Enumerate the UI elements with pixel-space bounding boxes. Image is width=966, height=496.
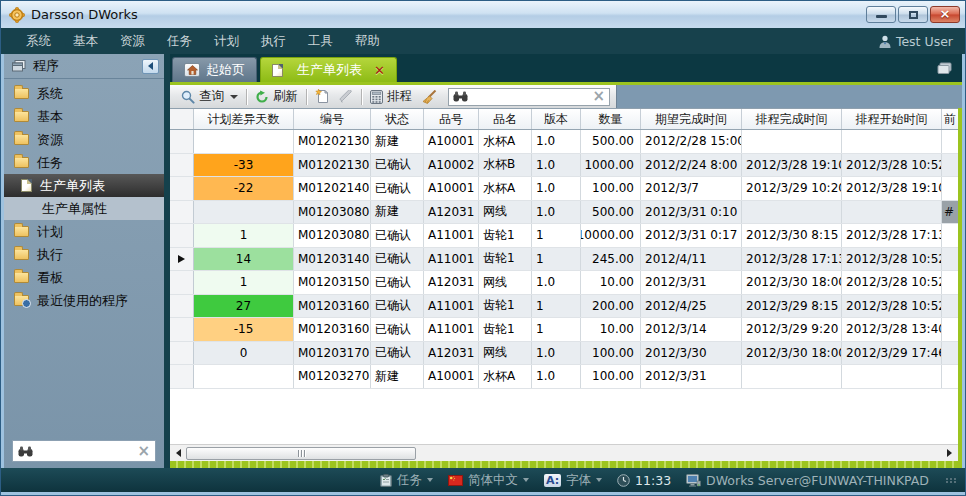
- table-row[interactable]: -15M012031602已确认A11001齿轮1110.002012/3/14…: [170, 318, 958, 342]
- sidebar-item-生产单属性[interactable]: 生产单属性: [4, 197, 164, 220]
- binoculars-icon: [453, 91, 468, 102]
- row-selector[interactable]: [170, 271, 194, 294]
- row-selector[interactable]: [170, 295, 194, 318]
- menu-item-6[interactable]: 工具: [297, 33, 344, 50]
- new-record-button[interactable]: [310, 87, 334, 107]
- table-row[interactable]: M012021301新建A10001水杯A1.0500.002012/2/28 …: [170, 130, 958, 154]
- tab-start-page[interactable]: 起始页: [172, 57, 257, 82]
- cell: 2012/3/28 19:10: [842, 177, 942, 200]
- column-header-10[interactable]: 前: [942, 109, 958, 129]
- refresh-button[interactable]: 刷新: [250, 87, 303, 107]
- query-button[interactable]: 查询: [176, 87, 243, 107]
- sidebar-search-input[interactable]: [37, 443, 133, 459]
- table-header-row: 计划差异天数编号状态品号品名版本数量期望完成时间排程完成时间排程开始时间前: [170, 108, 958, 130]
- column-header-5[interactable]: 版本: [532, 109, 581, 129]
- sidebar-item-计划[interactable]: 计划: [4, 220, 164, 243]
- cell: 2012/3/29 10:20: [742, 177, 842, 200]
- sidebar-item-系统[interactable]: 系统: [4, 82, 164, 105]
- row-selector[interactable]: [170, 224, 194, 247]
- row-selector[interactable]: [170, 154, 194, 177]
- cell: 2012/3/30: [641, 342, 742, 365]
- sidebar-item-资源[interactable]: 资源: [4, 128, 164, 151]
- cell: 10000.00: [581, 224, 641, 247]
- column-header-1[interactable]: 编号: [294, 109, 371, 129]
- close-button[interactable]: ×: [930, 6, 960, 23]
- column-header-4[interactable]: 品名: [479, 109, 532, 129]
- table-row[interactable]: M012030801新建A12031网线1.0500.002012/3/31 0…: [170, 201, 958, 225]
- table-row[interactable]: -33M012021302已确认A10002水杯B1.01000.002012/…: [170, 154, 958, 178]
- schedule-button[interactable]: 排程: [365, 87, 417, 107]
- sidebar-item-基本[interactable]: 基本: [4, 105, 164, 128]
- cell: 2012/3/28 17:13: [842, 224, 942, 247]
- menu-item-3[interactable]: 任务: [156, 33, 203, 50]
- table-row[interactable]: -22M012021401已确认A10001水杯A1.0100.002012/3…: [170, 177, 958, 201]
- toolbar-separator: [306, 89, 307, 105]
- tab-close-icon[interactable]: ✕: [374, 63, 385, 78]
- toolbar-separator: [361, 89, 362, 105]
- folder-icon: [14, 88, 29, 99]
- row-selector[interactable]: [170, 201, 194, 224]
- sidebar-item-任务[interactable]: 任务: [4, 151, 164, 174]
- toolbar-search-clear-icon[interactable]: ×: [592, 89, 605, 104]
- cell: 200.00: [581, 295, 641, 318]
- column-header-9[interactable]: 排程开始时间: [842, 109, 942, 129]
- sidebar-item-生产单列表[interactable]: 生产单列表: [4, 174, 164, 197]
- menu-item-5[interactable]: 执行: [250, 33, 297, 50]
- cell: 1.0: [532, 271, 581, 294]
- menu-item-1[interactable]: 基本: [62, 33, 109, 50]
- menu-item-2[interactable]: 资源: [109, 33, 156, 50]
- window-list-icon[interactable]: [937, 62, 952, 74]
- row-selector[interactable]: [170, 365, 194, 388]
- cell: 2012/3/31 0:10: [641, 201, 742, 224]
- resize-grip[interactable]: [946, 478, 957, 483]
- table-row[interactable]: 14M012031402已确认A11001齿轮11245.002012/4/11…: [170, 248, 958, 272]
- status-language-menu[interactable]: 简体中文: [448, 472, 529, 489]
- minimize-button[interactable]: [866, 6, 896, 23]
- menu-item-0[interactable]: 系统: [15, 33, 62, 50]
- column-header-2[interactable]: 状态: [371, 109, 424, 129]
- scroll-left-icon[interactable]: [171, 446, 186, 461]
- cell: 1.0: [532, 201, 581, 224]
- language-label: 简体中文: [468, 472, 518, 489]
- column-header-0[interactable]: 计划差异天数: [194, 109, 294, 129]
- sidebar-item-执行[interactable]: 执行: [4, 243, 164, 266]
- column-header-6[interactable]: 数量: [581, 109, 641, 129]
- column-header-3[interactable]: 品号: [424, 109, 479, 129]
- table-row[interactable]: M012032701新建A10001水杯A1.0100.002012/3/31: [170, 365, 958, 389]
- sidebar-collapse-button[interactable]: [142, 59, 159, 74]
- toolbar-search-input[interactable]: [472, 89, 588, 105]
- row-selector[interactable]: [170, 177, 194, 200]
- cell: 1: [532, 318, 581, 341]
- table-row[interactable]: 27M012031601已确认A11001齿轮11200.002012/4/25…: [170, 295, 958, 319]
- user-box[interactable]: Test User: [879, 34, 953, 49]
- horizontal-scrollbar[interactable]: [170, 444, 958, 461]
- sidebar-search-clear-icon[interactable]: ×: [137, 444, 150, 459]
- clean-button[interactable]: [417, 87, 442, 107]
- row-selector[interactable]: [170, 342, 194, 365]
- row-selector[interactable]: [170, 130, 194, 153]
- scroll-right-icon[interactable]: [942, 446, 957, 461]
- table-row[interactable]: 1M012030802已确认A11001齿轮1110000.002012/3/3…: [170, 224, 958, 248]
- column-header-8[interactable]: 排程完成时间: [742, 109, 842, 129]
- sidebar-item-最近使用的程序[interactable]: 最近使用的程序: [4, 289, 164, 312]
- table-row[interactable]: 1M012031501已确认A12031网线1.010.002012/3/312…: [170, 271, 958, 295]
- status-task-menu[interactable]: 任务: [380, 472, 433, 489]
- scrollbar-thumb[interactable]: [186, 447, 416, 460]
- cell: M012031402: [294, 248, 371, 271]
- row-selector[interactable]: [170, 318, 194, 341]
- status-font-menu[interactable]: A: 字体: [544, 472, 602, 489]
- cell: 已确认: [371, 295, 424, 318]
- cell: 已确认: [371, 224, 424, 247]
- row-selector[interactable]: [170, 248, 194, 271]
- table-row[interactable]: 0M012031701已确认A12031网线1.0100.002012/3/30…: [170, 342, 958, 366]
- menu-item-7[interactable]: 帮助: [344, 33, 391, 50]
- column-header-7[interactable]: 期望完成时间: [641, 109, 742, 129]
- edit-button[interactable]: [334, 87, 358, 107]
- cell-marker: [942, 318, 958, 341]
- menu-item-4[interactable]: 计划: [203, 33, 250, 50]
- cell: 2012/3/29 17:46: [842, 342, 942, 365]
- cell-marker: [942, 342, 958, 365]
- sidebar-item-看板[interactable]: 看板: [4, 266, 164, 289]
- tab-production-order-list[interactable]: 生产单列表 ✕: [260, 57, 397, 82]
- maximize-button[interactable]: [898, 6, 928, 23]
